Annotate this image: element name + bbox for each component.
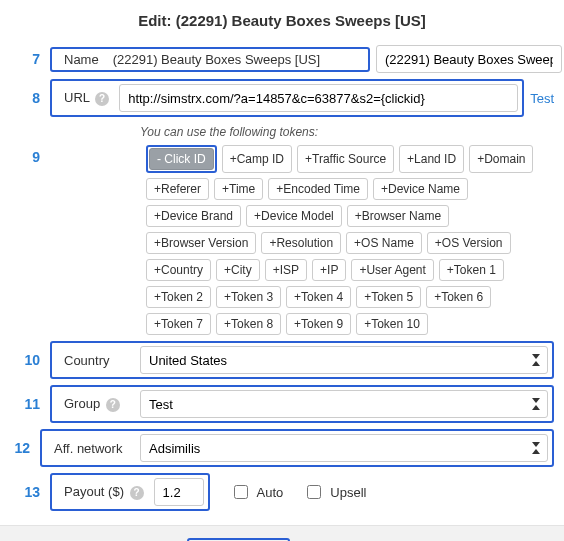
tokens-hint: You can use the following tokens: — [140, 125, 554, 139]
token-button[interactable]: +Time — [214, 178, 263, 200]
token-button[interactable]: +Token 4 — [286, 286, 351, 308]
token-button[interactable]: +OS Version — [427, 232, 511, 254]
annotation-8: 8 — [10, 90, 44, 106]
token-button[interactable]: +Browser Version — [146, 232, 256, 254]
payout-input[interactable] — [154, 478, 204, 506]
help-icon[interactable]: ? — [130, 486, 144, 500]
help-icon[interactable]: ? — [95, 92, 109, 106]
auto-checkbox[interactable] — [234, 485, 248, 499]
token-button[interactable]: +ISP — [265, 259, 307, 281]
token-button[interactable]: +Encoded Time — [268, 178, 368, 200]
name-value-highlight: (22291) Beauty Boxes Sweeps [US] — [109, 52, 364, 67]
token-button[interactable]: +User Agent — [351, 259, 433, 281]
token-button[interactable]: +IP — [312, 259, 346, 281]
url-input[interactable] — [119, 84, 518, 112]
group-label: Group ? — [56, 396, 134, 412]
token-button[interactable]: +Camp ID — [222, 145, 292, 173]
token-button[interactable]: +Domain — [469, 145, 533, 173]
token-button[interactable]: +City — [216, 259, 260, 281]
token-button[interactable]: +Country — [146, 259, 211, 281]
token-button[interactable]: +Device Brand — [146, 205, 241, 227]
annotation-9: 9 — [10, 149, 44, 165]
affnetwork-label: Aff. network — [46, 441, 134, 456]
token-highlight: - Click ID — [146, 145, 217, 173]
token-list: - Click ID+Camp ID+Traffic Source+Land I… — [146, 145, 554, 335]
token-button[interactable]: +OS Name — [346, 232, 422, 254]
token-button[interactable]: +Token 5 — [356, 286, 421, 308]
annotation-13: 13 — [10, 484, 44, 500]
group-select[interactable]: Test — [140, 390, 548, 418]
auto-label: Auto — [257, 485, 284, 500]
token-button[interactable]: +Device Name — [373, 178, 468, 200]
upsell-label: Upsell — [330, 485, 366, 500]
token-button[interactable]: +Referer — [146, 178, 209, 200]
annotation-10: 10 — [10, 352, 44, 368]
token-button[interactable]: +Token 10 — [356, 313, 428, 335]
token-button[interactable]: +Token 9 — [286, 313, 351, 335]
token-button[interactable]: +Device Model — [246, 205, 342, 227]
token-button[interactable]: +Token 7 — [146, 313, 211, 335]
token-button[interactable]: +Token 3 — [216, 286, 281, 308]
token-button[interactable]: +Resolution — [261, 232, 341, 254]
annotation-11: 11 — [10, 396, 44, 412]
country-select[interactable]: United States — [140, 346, 548, 374]
token-button[interactable]: +Token 2 — [146, 286, 211, 308]
country-label: Country — [56, 353, 134, 368]
token-button[interactable]: +Browser Name — [347, 205, 449, 227]
token-button[interactable]: +Land ID — [399, 145, 464, 173]
help-icon[interactable]: ? — [106, 398, 120, 412]
token-button[interactable]: +Token 6 — [426, 286, 491, 308]
page-title: Edit: (22291) Beauty Boxes Sweeps [US] — [10, 8, 554, 39]
name-label: Name — [56, 52, 103, 67]
token-button[interactable]: - Click ID — [149, 148, 214, 170]
token-button[interactable]: +Token 8 — [216, 313, 281, 335]
annotation-7: 7 — [10, 51, 44, 67]
token-button[interactable]: +Token 1 — [439, 259, 504, 281]
token-button[interactable]: +Traffic Source — [297, 145, 394, 173]
payout-label: Payout ($) ? — [56, 484, 148, 500]
auto-checkbox-wrap[interactable]: Auto — [230, 482, 284, 502]
annotation-12: 12 — [10, 440, 34, 456]
name-input[interactable] — [376, 45, 562, 73]
url-label: URL ? — [56, 90, 113, 106]
upsell-checkbox-wrap[interactable]: Upsell — [303, 482, 366, 502]
upsell-checkbox[interactable] — [307, 485, 321, 499]
url-test-link[interactable]: Test — [530, 91, 554, 106]
affnetwork-select[interactable]: Adsimilis — [140, 434, 548, 462]
